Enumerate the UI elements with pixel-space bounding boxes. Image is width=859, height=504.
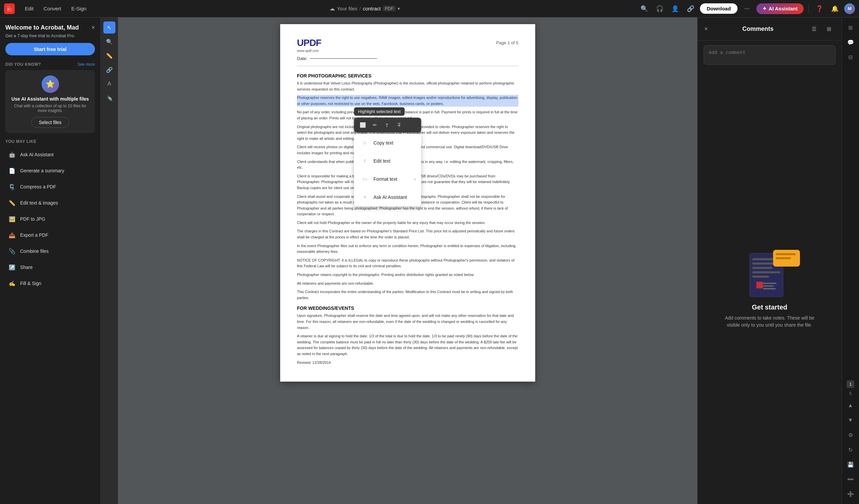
link-icon[interactable]: 🔗: [684, 3, 697, 15]
edit-menu[interactable]: Edit: [20, 4, 38, 13]
topbar-center: ☁ Your files / contract PDF ▾: [94, 5, 635, 12]
ctx-icon-strikethrough[interactable]: T̶: [394, 120, 404, 130]
convert-menu[interactable]: Convert: [39, 4, 66, 13]
share-label: Share: [20, 265, 32, 270]
feature-edit-text[interactable]: ✏️ Edit text & images: [5, 195, 95, 210]
download-button[interactable]: Download: [700, 3, 738, 14]
scroll-down-icon[interactable]: ▼: [845, 414, 857, 426]
select-tool[interactable]: ↖: [103, 21, 116, 33]
pdf-viewer[interactable]: UPDF www.updf.com Page 1 of 5 Date: FOR …: [118, 17, 697, 504]
combine-icon: 📎: [7, 247, 17, 256]
context-toolbar: ⬜ ✏ T T̶: [354, 118, 421, 132]
left-sidebar: Welcome to Acrobat, Mad × Get a 7-day fr…: [0, 17, 101, 504]
comment-input-area: [698, 41, 842, 71]
right-panel: × Comments ☰ ⊞: [697, 17, 842, 504]
zoom-out-icon[interactable]: ➖: [845, 473, 857, 485]
feature-list: 🤖 Ask AI Assistant 📄 Generate a summary …: [5, 147, 95, 291]
pdf-para-11: NOTICE OF COPYRIGHT: It is ILLEGAL to co…: [297, 257, 518, 269]
right-icon-strip: ⊞ 💬 ⊟ 1 5 ▲ ▼ ⚙ ↻ 💾 ➖ ➕: [842, 17, 859, 504]
ctx-icon-text[interactable]: T: [381, 120, 392, 130]
feature-share[interactable]: ↗️ Share: [5, 260, 95, 274]
select-files-button[interactable]: Select files: [31, 117, 70, 128]
comments-list-icon[interactable]: ☰: [808, 23, 820, 35]
feature-fill-sign[interactable]: ✍️ Fill & Sign: [5, 276, 95, 291]
compress-icon: 🗜️: [7, 182, 17, 191]
svg-text:A: A: [7, 8, 10, 11]
format-text-chevron-icon: ›: [414, 176, 416, 182]
ctx-icon-pen[interactable]: ✏: [370, 120, 380, 130]
you-may-like-label: YOU MAY LIKE: [5, 139, 95, 144]
comment-input[interactable]: [704, 45, 835, 65]
main-layout: Welcome to Acrobat, Mad × Get a 7-day fr…: [0, 17, 859, 504]
feature-generate-summary[interactable]: 📄 Generate a summary: [5, 163, 95, 178]
topbar: A Edit Convert E-Sign ☁ Your files / con…: [0, 0, 859, 17]
esign-menu[interactable]: E-Sign: [66, 4, 91, 13]
svg-rect-11: [776, 257, 791, 259]
comments-header: × Comments ☰ ⊞: [698, 17, 842, 41]
panel-icon-2[interactable]: 💬: [845, 36, 857, 48]
feature-export[interactable]: 📤 Export a PDF: [5, 228, 95, 242]
ask-ai-label: Ask AI Assistant: [20, 152, 54, 157]
pdf-para-14: This Contract incorporates the entire un…: [297, 289, 518, 301]
ask-ai-ctx-icon: ✦: [359, 192, 370, 203]
see-more-link[interactable]: See more: [77, 62, 95, 67]
profile-icon[interactable]: 👤: [669, 3, 681, 15]
settings-icon[interactable]: ⚙: [845, 429, 857, 441]
panel-icon-3[interactable]: ⊟: [845, 51, 857, 63]
ctx-icon-highlight[interactable]: ⬜: [357, 120, 368, 130]
comments-close-button[interactable]: ×: [704, 26, 708, 33]
did-you-know-label: DID YOU KNOW?: [5, 62, 41, 67]
headphone-icon[interactable]: 🎧: [654, 3, 666, 15]
pdf-to-jpg-icon: 🖼️: [7, 214, 17, 224]
topbar-divider: [808, 4, 809, 13]
help-icon[interactable]: ❓: [813, 3, 826, 15]
more-options-icon[interactable]: ···: [741, 3, 753, 15]
scroll-up-icon[interactable]: ▲: [845, 399, 857, 411]
ctx-format-text[interactable]: Aa Format text ›: [354, 170, 421, 188]
pen-tool[interactable]: ✏️: [103, 50, 116, 62]
pdf-para-17: A retainer is due at signing to hold the…: [297, 333, 518, 357]
pdf-para-highlighted: Photographer reserves the right to use n…: [297, 95, 518, 107]
edit-text-label: Edit text & images: [20, 200, 58, 206]
your-files-link[interactable]: Your files: [337, 6, 357, 11]
feature-compress[interactable]: 🗜️ Compress a PDF: [5, 179, 95, 194]
feature-pdf-to-jpg[interactable]: 🖼️ PDF to JPG: [5, 211, 95, 226]
page-number-badge: 1: [847, 380, 854, 388]
comments-grid-icon[interactable]: ⊞: [823, 23, 835, 35]
svg-rect-12: [763, 283, 777, 284]
link-tool[interactable]: 🔗: [103, 64, 116, 76]
svg-rect-13: [763, 285, 774, 287]
ctx-copy-text[interactable]: ⎘ Copy text: [354, 134, 421, 152]
text-tool[interactable]: A: [103, 78, 116, 90]
zoom-in-icon[interactable]: ➕: [845, 488, 857, 500]
export-icon: 📤: [7, 230, 17, 240]
generate-summary-icon: 📄: [7, 166, 17, 175]
ai-promo-card: ⭐ Use AI Assistant with multiple files C…: [5, 70, 95, 133]
user-avatar[interactable]: M: [844, 3, 855, 14]
trial-button[interactable]: Start free trial: [5, 43, 95, 55]
file-path: ☁ Your files / contract PDF ▾: [330, 5, 400, 12]
date-line: Date:: [297, 56, 518, 61]
search-icon[interactable]: 🔍: [638, 3, 650, 15]
feature-combine[interactable]: 📎 Combine files: [5, 244, 95, 258]
panel-icon-1[interactable]: ⊞: [845, 21, 857, 33]
illustration-svg: [733, 247, 807, 303]
welcome-close-button[interactable]: ×: [91, 24, 95, 31]
ctx-ask-ai[interactable]: ✦ Ask AI Assistant: [354, 188, 421, 206]
ctx-edit-text[interactable]: T Edit text: [354, 152, 421, 170]
draw-tool[interactable]: ✒️: [103, 92, 116, 104]
pdf-para-9: The charges in this Contract are based o…: [297, 229, 518, 240]
zoom-tool[interactable]: 🔍: [103, 35, 116, 48]
toolbar-strip: ↖ 🔍 ✏️ 🔗 A ✒️: [101, 17, 118, 504]
dropdown-arrow-icon[interactable]: ▾: [397, 6, 400, 11]
ai-assistant-button[interactable]: ✦ AI Assistant: [756, 3, 804, 14]
welcome-subtitle: Get a 7-day free trial to Acrobat Pro.: [5, 33, 95, 38]
cloud-icon: ☁: [330, 5, 335, 12]
app-logo: A: [4, 3, 15, 14]
save-icon[interactable]: 💾: [845, 458, 857, 471]
edit-text-icon: ✏️: [7, 198, 17, 208]
refresh-icon[interactable]: ↻: [845, 444, 857, 456]
comments-title: Comments: [742, 26, 773, 33]
bell-icon[interactable]: 🔔: [829, 3, 841, 15]
feature-ask-ai[interactable]: 🤖 Ask AI Assistant: [5, 147, 95, 162]
